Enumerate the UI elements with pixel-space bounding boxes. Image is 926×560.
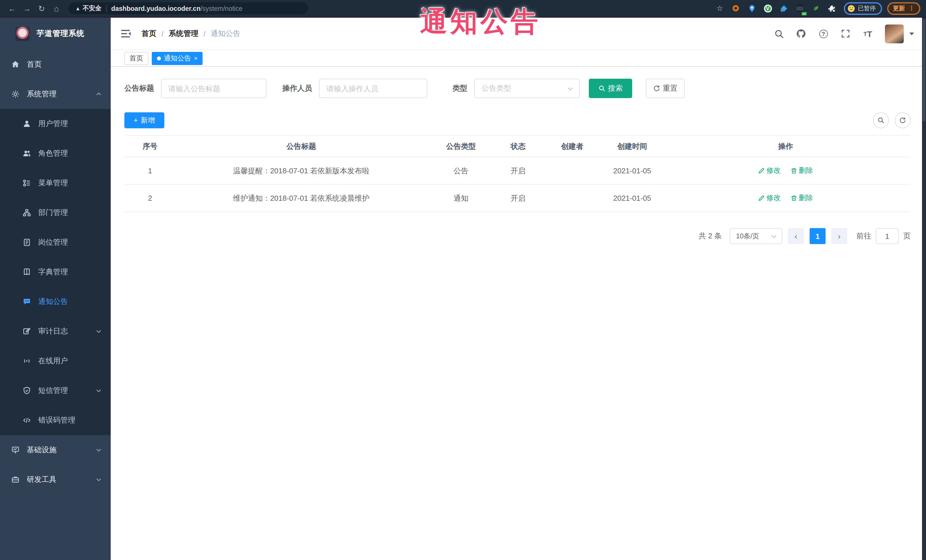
font-small-glyph: T (864, 30, 867, 37)
bookmark-star-icon[interactable]: ☆ (715, 3, 725, 14)
audit-log-icon (23, 328, 31, 335)
page-scrollbar[interactable] (922, 18, 926, 560)
chevron-down-icon (771, 233, 777, 239)
sidebar-item-home[interactable]: 首页 (0, 50, 111, 79)
page-content: 公告标题 操作人员 类型 公告类型 搜索 重置 (111, 67, 922, 560)
refresh-table-button[interactable] (895, 112, 911, 128)
security-label[interactable]: 不安全 (83, 4, 101, 12)
sidebar-item-menus[interactable]: 菜单管理 (0, 168, 111, 198)
browser-update-button[interactable]: 更新 ⋮ (887, 2, 920, 15)
extensions-puzzle-icon[interactable] (826, 3, 837, 14)
operator-filter-input[interactable] (319, 79, 427, 98)
delete-link[interactable]: 删除 (791, 166, 813, 176)
breadcrumb-separator: / (203, 29, 206, 38)
sidebar-item-audit-log[interactable]: 审计日志 (0, 317, 111, 346)
update-label: 更新 (893, 4, 905, 12)
sidebar-item-posts[interactable]: 岗位管理 (0, 228, 111, 257)
cell-status: 开启 (495, 184, 541, 212)
type-select[interactable]: 公告类型 (474, 79, 580, 98)
browser-reload-icon[interactable]: ↻ (35, 2, 48, 15)
cell-creator (541, 157, 604, 184)
sidebar-item-users[interactable]: 用户管理 (0, 109, 111, 139)
browser-home-icon[interactable]: ⌂ (50, 2, 63, 15)
profile-paused-label: 已暂停 (858, 4, 876, 12)
github-icon[interactable] (796, 29, 806, 39)
sidebar-item-dict[interactable]: 字典管理 (0, 257, 111, 287)
emoji-avatar-icon (847, 4, 855, 12)
menu-list-icon (23, 179, 31, 187)
browser-forward-icon[interactable]: → (21, 2, 33, 15)
type-filter-label: 类型 (452, 83, 467, 94)
extension-location-pin-icon[interactable] (747, 3, 757, 14)
column-header: 创建时间 (604, 136, 661, 157)
page-size-select[interactable]: 10条/页 (730, 228, 782, 244)
kebab-menu-icon[interactable]: ⋮ (908, 5, 915, 12)
sidebar-item-label: 短信管理 (38, 385, 68, 396)
sidebar-item-label: 在线用户 (38, 356, 68, 366)
cell-no: 2 (124, 184, 176, 212)
prev-page-button[interactable]: ‹ (788, 228, 804, 244)
tab-home[interactable]: 首页 (124, 51, 148, 65)
edit-link[interactable]: 修改 (758, 193, 781, 203)
sidebar-item-error-codes[interactable]: 错误码管理 (0, 406, 111, 435)
toggle-search-button[interactable] (873, 112, 889, 128)
sidebar-item-label: 基础设施 (27, 445, 56, 455)
sidebar-item-label: 研发工具 (27, 474, 56, 485)
current-page[interactable]: 1 (809, 228, 826, 244)
chevron-down-icon (96, 388, 101, 394)
sidebar-item-roles[interactable]: 角色管理 (0, 139, 111, 168)
sidebar-item-departments[interactable]: 部门管理 (0, 198, 111, 228)
breadcrumb-current: 通知公告 (211, 29, 241, 39)
add-button[interactable]: + 新增 (124, 112, 164, 128)
sidebar-item-system[interactable]: 系统管理 (0, 79, 111, 109)
sidebar-item-online-users[interactable]: 在线用户 (0, 346, 111, 376)
address-bar[interactable]: ▲ 不安全 dashboard.yudao.iocoder.cn /system… (68, 2, 308, 14)
fullscreen-icon[interactable] (840, 29, 851, 39)
chevron-down-icon (567, 85, 573, 92)
sidebar-item-dev-tools[interactable]: 研发工具 (0, 465, 111, 494)
help-icon[interactable]: ? (818, 29, 828, 39)
browser-profile-chip[interactable]: 已暂停 (844, 2, 882, 15)
user-icon (23, 120, 31, 128)
edit-link[interactable]: 修改 (758, 166, 781, 176)
extension-proxy-on-icon[interactable]: on (794, 3, 805, 14)
goto-page-input[interactable] (876, 228, 899, 244)
logo-image (15, 27, 30, 41)
column-header: 创建者 (541, 136, 604, 157)
reset-button[interactable]: 重置 (646, 79, 685, 98)
breadcrumb-home[interactable]: 首页 (142, 29, 156, 39)
extension-orange-ring-icon[interactable] (731, 3, 741, 14)
question-glyph: ? (819, 29, 828, 38)
user-avatar[interactable] (885, 24, 904, 43)
column-header: 操作 (661, 136, 911, 157)
extension-vue-devtools-icon[interactable]: V (763, 3, 773, 14)
cell-creator (541, 184, 604, 212)
browser-back-icon[interactable]: ← (6, 2, 18, 15)
sidebar-item-notice[interactable]: 通知公告 (0, 287, 111, 317)
sidebar-item-label: 错误码管理 (38, 415, 75, 426)
sidebar-item-sms[interactable]: 短信管理 (0, 376, 111, 406)
font-size-icon[interactable]: TT (862, 29, 873, 39)
extension-green-leaf-icon[interactable] (811, 3, 821, 14)
delete-label: 删除 (799, 166, 813, 176)
title-filter-input[interactable] (161, 79, 266, 98)
next-page-button[interactable]: › (831, 228, 847, 244)
search-icon (598, 85, 605, 92)
extension-blue-diamond-icon[interactable] (779, 3, 789, 14)
sidebar-item-label: 菜单管理 (38, 178, 68, 188)
avatar-caret-icon[interactable] (909, 32, 914, 35)
sidebar-collapse-icon[interactable] (120, 28, 131, 39)
refresh-icon (899, 117, 906, 124)
sidebar-item-label: 岗位管理 (38, 237, 68, 248)
header-search-icon[interactable] (774, 29, 784, 39)
close-icon[interactable]: × (194, 55, 198, 61)
dict-book-icon (23, 268, 31, 276)
breadcrumb-system[interactable]: 系统管理 (169, 29, 198, 39)
sidebar-item-label: 审计日志 (38, 326, 68, 337)
tab-notice[interactable]: 通知公告 × (152, 51, 203, 65)
sidebar-item-infrastructure[interactable]: 基础设施 (0, 435, 111, 465)
search-button[interactable]: 搜索 (589, 79, 632, 98)
sms-shield-icon (23, 386, 31, 395)
sidebar-logo[interactable]: 芋道管理系统 (0, 18, 111, 50)
delete-link[interactable]: 删除 (791, 193, 813, 203)
